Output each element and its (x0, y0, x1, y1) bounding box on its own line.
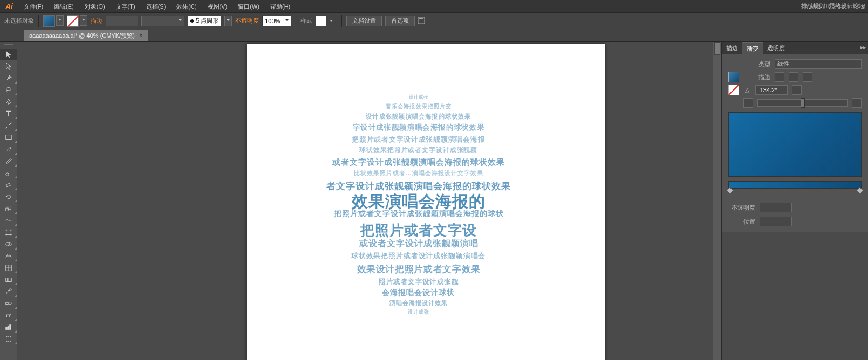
magic-wand-tool[interactable] (0, 72, 17, 84)
panel-tab-gradient[interactable]: 渐变 (742, 42, 763, 54)
document-tab-bar: aaaaaaaaaaaa.ai* @ 40% (CMYK/预览) × (0, 29, 868, 42)
lasso-tool[interactable] (0, 84, 17, 96)
panel-tab-opacity[interactable]: 透明度 (763, 42, 789, 54)
column-graph-tool[interactable] (0, 321, 17, 333)
menu-file[interactable]: 文件(F) (18, 0, 49, 13)
close-tab-icon[interactable]: × (139, 32, 143, 39)
document-tab[interactable]: aaaaaaaaaaaa.ai* @ 40% (CMYK/预览) × (24, 30, 148, 41)
svg-rect-22 (10, 325, 11, 330)
gradient-type-select[interactable]: 线性 (775, 59, 862, 69)
gradient-ramp[interactable] (728, 181, 862, 189)
svg-rect-8 (6, 230, 11, 235)
svg-point-18 (9, 302, 11, 304)
panel-collapse-icon[interactable]: ▸▸ (860, 44, 866, 50)
type-label: 类型 (743, 60, 770, 68)
svg-rect-5 (6, 183, 10, 187)
brush-dropdown[interactable] (224, 16, 232, 26)
symbol-sprayer-tool[interactable] (0, 309, 17, 321)
rectangle-tool[interactable] (0, 131, 17, 143)
reverse-gradient-icon[interactable] (743, 98, 753, 108)
width-tool[interactable] (0, 214, 17, 226)
eyedropper-tool[interactable] (0, 286, 17, 297)
var-width-profile[interactable] (141, 16, 184, 26)
blob-brush-tool[interactable] (0, 167, 17, 179)
svg-rect-23 (6, 337, 11, 342)
gradient-angle-input[interactable]: -134.2° (755, 85, 788, 95)
opacity-value[interactable]: 100% (262, 16, 291, 26)
text-sphere-artwork: 设计成张音乐会海报效果把照片变设计成张靓颖演唱会海报的球状效果字设计成张靓颖演唱… (295, 84, 542, 331)
svg-point-2 (6, 88, 11, 91)
blend-tool[interactable] (0, 297, 17, 309)
rotate-tool[interactable] (0, 191, 17, 203)
line-tool[interactable] (0, 120, 17, 131)
selection-readout: 未选择对象 (4, 17, 34, 25)
scale-tool[interactable] (0, 203, 17, 214)
style-label: 样式 (300, 17, 312, 25)
svg-rect-21 (8, 326, 9, 329)
panel-flyout-icon[interactable] (418, 17, 428, 25)
document-setup-button[interactable]: 文档设置 (346, 16, 382, 26)
menu-select[interactable]: 选择(S) (141, 0, 172, 13)
graphic-style-swatch[interactable] (316, 16, 326, 26)
gradient-stroke-swatch[interactable] (728, 85, 739, 95)
preferences-button[interactable]: 首选项 (385, 16, 415, 26)
menu-edit[interactable]: 编辑(E) (49, 0, 79, 13)
stroke-weight-select[interactable] (106, 16, 138, 26)
paintbrush-tool[interactable] (0, 143, 17, 155)
gradient-tool[interactable] (0, 274, 17, 286)
stroke-apply-1-icon[interactable] (775, 72, 784, 82)
panel-tab-stroke[interactable]: 描边 (722, 42, 742, 54)
gradient-fill-swatch[interactable] (728, 72, 739, 82)
canvas-area[interactable]: 设计成张音乐会海报效果把照片变设计成张靓颖演唱会海报的球状效果字设计成张靓颖演唱… (17, 42, 721, 360)
svg-rect-0 (418, 17, 425, 24)
selection-tool[interactable] (0, 49, 17, 60)
menu-object[interactable]: 对象(O) (79, 0, 111, 13)
artboard-tool[interactable] (0, 333, 17, 345)
document-tab-title: aaaaaaaaaaaa.ai* @ 40% (CMYK/预览) (29, 32, 135, 40)
svg-rect-17 (6, 302, 8, 304)
type-tool[interactable] (0, 108, 17, 120)
shape-builder-tool[interactable] (0, 238, 17, 250)
gradient-preview[interactable] (728, 112, 862, 177)
stroke-apply-3-icon[interactable] (803, 72, 812, 82)
svg-rect-1 (419, 18, 423, 19)
svg-rect-3 (6, 135, 12, 140)
stroke-apply-2-icon[interactable] (789, 72, 798, 82)
menu-help[interactable]: 帮助(H) (265, 0, 296, 13)
vertical-scrollbar[interactable] (713, 42, 721, 360)
brush-definition[interactable]: 5 点圆形 (188, 16, 221, 26)
options-bar: 未选择对象 描边 5 点圆形 不透明度 100% 样式 文档设置 首选项 (0, 13, 868, 29)
app-logo: Ai (3, 1, 15, 12)
tools-grip[interactable] (0, 42, 17, 49)
free-transform-tool[interactable] (0, 226, 17, 238)
stroke-dropdown[interactable] (80, 15, 87, 26)
menu-effect[interactable]: 效果(C) (171, 0, 202, 13)
perspective-grid-tool[interactable] (0, 250, 17, 262)
stroke-swatch[interactable] (67, 15, 79, 27)
pen-tool[interactable] (0, 96, 17, 108)
svg-point-11 (6, 234, 7, 236)
aspect-lock-icon[interactable] (792, 85, 802, 95)
svg-point-12 (11, 234, 12, 236)
pencil-tool[interactable] (0, 155, 17, 167)
scrollbar-thumb[interactable] (714, 42, 720, 55)
stroke-label[interactable]: 描边 (91, 17, 102, 25)
fill-dropdown[interactable] (56, 15, 64, 26)
eraser-tool[interactable] (0, 179, 17, 191)
svg-point-10 (11, 230, 12, 231)
gradient-options-icon[interactable] (852, 98, 862, 108)
gradient-midpoint-slider[interactable] (757, 99, 848, 107)
tools-panel (0, 42, 17, 360)
direct-selection-tool[interactable] (0, 60, 17, 72)
watermark: WWW.MISSYUAN.COM (804, 3, 866, 9)
stop-location-input[interactable] (760, 217, 792, 226)
menu-view[interactable]: 视图(V) (202, 0, 233, 13)
menu-type[interactable]: 文字(T) (111, 0, 141, 13)
artboard[interactable]: 设计成张音乐会海报效果把照片变设计成张靓颖演唱会海报的球状效果字设计成张靓颖演唱… (247, 44, 605, 360)
mesh-tool[interactable] (0, 262, 17, 274)
menu-window[interactable]: 窗口(W) (233, 0, 265, 13)
fill-swatch[interactable] (43, 15, 55, 27)
svg-point-9 (6, 230, 7, 231)
stop-opacity-input[interactable] (760, 203, 792, 212)
opacity-label[interactable]: 不透明度 (235, 17, 259, 25)
